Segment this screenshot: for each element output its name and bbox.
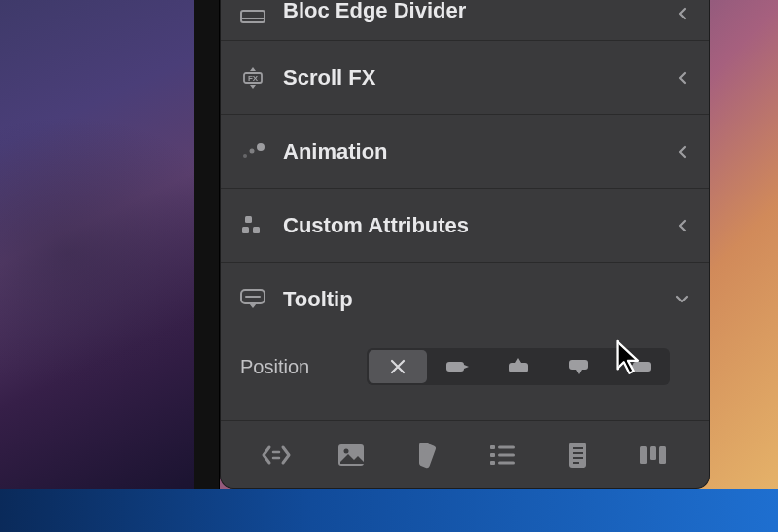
svg-text:FX: FX — [248, 74, 259, 83]
section-scroll-fx[interactable]: FX Scroll FX — [221, 41, 709, 115]
footer-tab-image[interactable] — [328, 432, 374, 479]
footer-tab-columns[interactable] — [630, 432, 677, 479]
position-none[interactable] — [369, 350, 427, 383]
section-label: Animation — [283, 139, 674, 164]
position-bottom[interactable] — [489, 350, 548, 383]
position-segmented-control — [367, 348, 670, 385]
chevron-left-icon — [674, 70, 690, 86]
svg-rect-22 — [490, 445, 495, 449]
svg-point-4 — [243, 154, 247, 158]
footer-tab-document[interactable] — [554, 432, 601, 479]
svg-rect-33 — [640, 446, 647, 464]
svg-rect-9 — [253, 227, 260, 233]
chevron-left-icon — [674, 144, 690, 160]
svg-rect-15 — [633, 362, 651, 372]
custom-attributes-icon — [238, 211, 267, 240]
svg-rect-23 — [498, 445, 515, 448]
section-custom-attributes[interactable]: Custom Attributes — [221, 189, 709, 263]
svg-point-5 — [250, 148, 255, 153]
position-top[interactable] — [549, 350, 608, 383]
section-label: Scroll FX — [283, 65, 674, 90]
chevron-left-icon — [674, 218, 690, 233]
desktop-wallpaper-bottom — [0, 489, 778, 532]
inspector-sections: Bloc Edge Divider FX Scroll FX — [221, 0, 709, 420]
svg-rect-28 — [569, 443, 586, 468]
svg-rect-12 — [446, 362, 464, 372]
tooltip-icon — [238, 285, 267, 314]
svg-rect-34 — [650, 446, 656, 460]
position-label: Position — [240, 356, 367, 378]
section-tooltip[interactable]: Tooltip — [221, 263, 709, 337]
animation-icon — [238, 137, 267, 166]
svg-point-19 — [344, 448, 349, 453]
svg-rect-26 — [490, 461, 495, 465]
svg-rect-35 — [659, 446, 666, 464]
chevron-down-icon — [674, 292, 690, 307]
svg-rect-24 — [490, 453, 495, 457]
tooltip-body: Position — [221, 337, 709, 420]
inspector-footer-tabs — [221, 420, 709, 488]
scroll-fx-icon: FX — [238, 63, 267, 92]
svg-rect-8 — [242, 227, 249, 233]
position-left[interactable] — [429, 350, 487, 383]
svg-rect-0 — [241, 11, 265, 22]
svg-point-6 — [257, 143, 265, 151]
footer-tab-swatch[interactable] — [404, 432, 450, 479]
divider-icon — [238, 4, 267, 33]
section-label: Tooltip — [283, 287, 674, 312]
svg-rect-25 — [498, 453, 515, 456]
svg-rect-27 — [498, 461, 515, 464]
svg-rect-13 — [509, 363, 528, 372]
section-animation[interactable]: Animation — [221, 115, 709, 189]
section-label: Custom Attributes — [283, 213, 674, 238]
chevron-left-icon — [674, 6, 690, 21]
desktop-wallpaper-left — [0, 0, 204, 489]
section-bloc-edge-divider[interactable]: Bloc Edge Divider — [221, 0, 709, 41]
footer-tab-list[interactable] — [479, 432, 526, 479]
section-label: Bloc Edge Divider — [283, 0, 674, 23]
app-window-edge — [194, 0, 220, 489]
inspector-panel: Bloc Edge Divider FX Scroll FX — [220, 0, 710, 489]
position-right[interactable] — [610, 350, 668, 383]
footer-tab-code[interactable] — [253, 432, 300, 479]
svg-rect-7 — [245, 216, 252, 223]
svg-rect-14 — [569, 360, 588, 370]
